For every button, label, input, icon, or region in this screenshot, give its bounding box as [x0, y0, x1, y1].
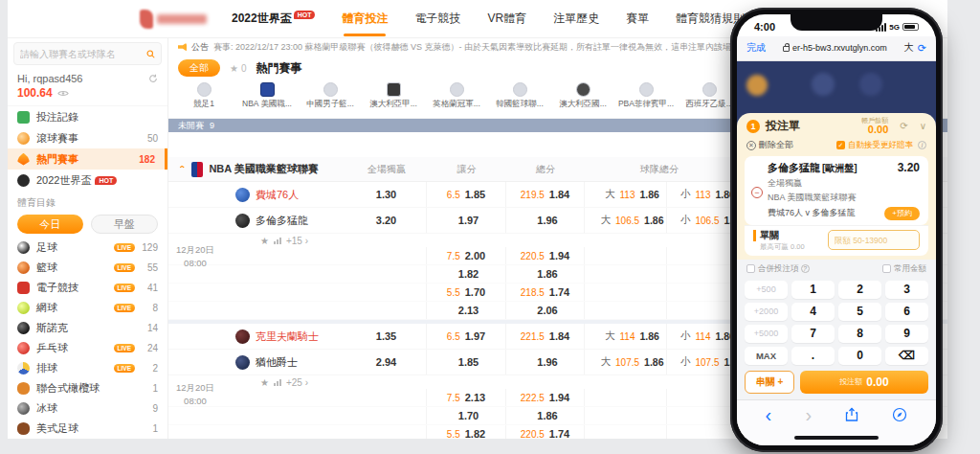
sidebar-item-volleyball[interactable]: 排球 LIVE 2 [8, 358, 167, 378]
reload-icon[interactable]: ⟳ [918, 42, 926, 55]
delete-all-label[interactable]: 刪除全部 [759, 139, 793, 151]
nav-bet-history[interactable]: 注單歷史 [553, 11, 599, 27]
odds-handicap[interactable]: 2.13 [427, 302, 506, 319]
search-box[interactable] [13, 42, 162, 65]
star-icon[interactable]: ★ [260, 236, 269, 246]
collapse-chevron-icon[interactable]: ∨ [920, 121, 926, 131]
parlay-button[interactable]: 串關 + [745, 371, 794, 394]
eye-icon[interactable] [57, 89, 69, 98]
sidebar-item-basketball[interactable]: 籃球 LIVE 55 [8, 258, 167, 278]
odds-total[interactable]: 1.96 [506, 208, 585, 233]
odds-handicap[interactable]: 5.51.82 [427, 425, 506, 439]
place-bet-button[interactable]: 投注額 0.00 [800, 371, 928, 394]
odds-handicap[interactable]: 1.97 [427, 208, 506, 233]
reserve-button[interactable]: +預約 [884, 207, 920, 220]
sidebar-item-amfootball[interactable]: 美式足球 1 [8, 419, 167, 439]
backspace-key[interactable]: ⌫ [885, 347, 928, 365]
sidebar-item-snooker[interactable]: 斯諾克 14 [8, 318, 167, 338]
stats-icon[interactable] [274, 238, 281, 244]
sidebar-item-tennis[interactable]: 網球 LIVE 8 [8, 298, 167, 318]
search-input[interactable] [20, 49, 146, 59]
quick-add-5000-key[interactable]: +5000 [745, 325, 788, 343]
forward-icon[interactable]: › [805, 405, 812, 424]
done-button[interactable]: 完成 [746, 41, 766, 55]
odds-total[interactable]: 2.06 [506, 302, 585, 319]
favorites-filter[interactable]: ★ 0 [230, 63, 247, 74]
key-9[interactable]: 9 [885, 325, 928, 343]
odds-win[interactable]: 3.20 [346, 208, 427, 233]
key-dot[interactable]: . [791, 347, 835, 365]
odds-total[interactable]: 1.86 [506, 407, 585, 424]
sidebar-item-bet-records[interactable]: 投注記錄 [8, 106, 167, 127]
key-1[interactable]: 1 [791, 281, 835, 299]
stats-icon[interactable] [274, 379, 281, 386]
odds-handicap[interactable]: 1.85 [427, 350, 506, 375]
common-amount-checkbox[interactable] [882, 264, 891, 273]
league-filter-item[interactable]: 韓國籃球聯... [488, 82, 551, 110]
nav-esports[interactable]: 電子競技 [414, 11, 460, 27]
tab-today[interactable]: 今日 [17, 215, 83, 234]
odds-total[interactable]: 219.51.84 [506, 182, 585, 207]
odds-team-total-over[interactable]: 大106.51.86 [585, 208, 667, 233]
nav-schedule[interactable]: 賽單 [626, 11, 649, 27]
odds-win[interactable]: 1.35 [346, 324, 427, 349]
info-icon[interactable]: i [918, 141, 926, 149]
odds-team-total-over[interactable]: 大107.51.86 [585, 350, 667, 375]
brand-logo[interactable] [140, 10, 207, 29]
odds-handicap[interactable]: 5.51.70 [427, 284, 506, 301]
sidebar-item-live-events[interactable]: 滾球賽事 50 [8, 127, 167, 148]
odds-win[interactable]: 2.94 [346, 350, 427, 375]
key-2[interactable]: 2 [838, 281, 881, 299]
quick-add-2000-key[interactable]: +2000 [745, 303, 788, 321]
sidebar-item-tabletennis[interactable]: 乒乓球 LIVE 24 [8, 338, 167, 358]
refresh-icon[interactable]: ⟳ [900, 121, 907, 131]
share-icon[interactable] [845, 407, 858, 422]
sidebar-item-icehockey[interactable]: 冰球 9 [8, 398, 167, 419]
key-3[interactable]: 3 [885, 281, 928, 299]
odds-total[interactable]: 1.86 [506, 265, 585, 283]
max-key[interactable]: MAX [745, 347, 788, 365]
stake-amount-input[interactable] [828, 230, 920, 250]
odds-win[interactable]: 1.30 [346, 182, 427, 207]
odds-handicap[interactable]: 6.51.85 [427, 182, 506, 207]
quick-add-500-key[interactable]: +500 [745, 281, 788, 299]
home-indicator[interactable] [794, 436, 879, 440]
key-7[interactable]: 7 [791, 325, 835, 343]
nav-sports-betting[interactable]: 體育投注 [342, 11, 388, 27]
key-5[interactable]: 5 [838, 303, 881, 321]
league-filter-item[interactable]: 英格蘭冠軍... [425, 82, 488, 110]
league-filter-item[interactable]: 澳大利亞甲... [362, 82, 425, 110]
key-4[interactable]: 4 [791, 303, 835, 321]
delete-all-icon[interactable]: ✕ [746, 141, 756, 150]
merge-checkbox[interactable] [746, 264, 755, 273]
league-filter-item[interactable]: PBA菲律賓甲... [614, 82, 678, 110]
odds-total[interactable]: 218.51.74 [506, 284, 585, 301]
search-icon[interactable] [146, 49, 155, 59]
tab-early[interactable]: 早盤 [91, 215, 159, 234]
odds-handicap[interactable]: 7.52.13 [427, 389, 506, 406]
checkbox-checked-icon[interactable]: ✓ [836, 141, 845, 149]
odds-handicap[interactable]: 6.51.97 [427, 324, 506, 349]
odds-total[interactable]: 222.51.94 [506, 389, 585, 406]
league-filter-item[interactable]: 中國男子籃... [299, 82, 362, 110]
odds-handicap[interactable]: 7.52.00 [427, 247, 506, 264]
sidebar-item-esports[interactable]: 電子競技 LIVE 41 [8, 278, 167, 298]
nav-vr-sports[interactable]: VR體育 [487, 11, 526, 27]
tabs-compass-icon[interactable] [892, 407, 907, 422]
odds-total[interactable]: 221.51.84 [506, 324, 585, 349]
star-icon[interactable]: ★ [260, 377, 269, 388]
more-markets-link[interactable]: ★ +15 › [222, 236, 346, 246]
sidebar-item-hot-events[interactable]: 熱門賽事 182 [8, 148, 167, 170]
key-0[interactable]: 0 [838, 347, 881, 365]
more-markets-link[interactable]: ★ +25 › [222, 377, 346, 388]
league-filter-item[interactable]: 競足1 [172, 82, 235, 110]
sidebar-item-football[interactable]: 足球 LIVE 129 [8, 238, 167, 258]
key-8[interactable]: 8 [838, 325, 881, 343]
odds-total[interactable]: 220.51.94 [506, 247, 585, 264]
odds-total[interactable]: 1.96 [506, 350, 585, 375]
odds-handicap[interactable]: 1.70 [427, 407, 506, 424]
remove-selection-icon[interactable]: − [751, 187, 763, 198]
refresh-icon[interactable] [148, 74, 158, 83]
odds-team-total-over[interactable]: 大1131.86 [585, 182, 667, 207]
auto-accept-toggle[interactable]: ✓ 自動接受更好賠率 i [836, 140, 926, 151]
